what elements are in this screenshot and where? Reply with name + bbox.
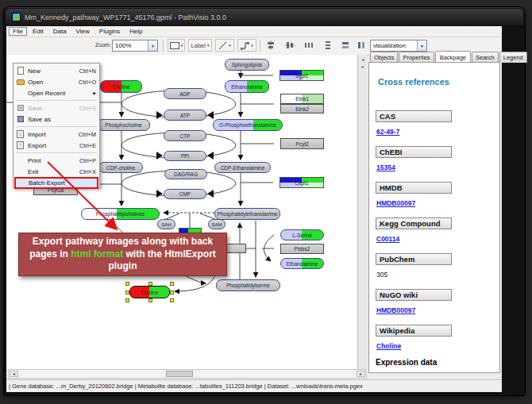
menu-item-print[interactable]: Print Ctrl+P [13, 155, 99, 166]
menu-plugins[interactable]: Plugins [95, 27, 124, 36]
node-etnk1[interactable]: Etnk1 [280, 94, 324, 104]
link-kegg[interactable]: C00114 [376, 235, 399, 243]
menu-item-save[interactable]: Save Ctrl+S [13, 102, 99, 114]
node-gray-box[interactable] [226, 244, 246, 253]
menu-item-exit[interactable]: Exit Ctrl+X [13, 166, 99, 177]
node-ethanolamine[interactable]: Ethanolamine [225, 80, 269, 93]
section-header-pubchem: PubChem [376, 253, 452, 265]
node-choline-selected[interactable]: Choline [129, 286, 170, 298]
node-cdp-ethanolamine[interactable]: CDP-Ethanolamine [214, 162, 271, 173]
menu-separator [16, 152, 97, 153]
node-phosphatidylserine[interactable]: Phosphatidylserine [216, 279, 280, 291]
link-nugo[interactable]: HMDB00097 [376, 306, 415, 314]
tab-objects[interactable]: Objects [370, 52, 398, 63]
collapse-right-icon[interactable]: ► [360, 63, 366, 70]
common-height-button[interactable] [354, 39, 368, 52]
node-ptdss2[interactable]: Ptdss2 [280, 244, 324, 254]
scroll-left-icon[interactable]: ◄ [10, 371, 18, 377]
link-chebi[interactable]: 15354 [376, 164, 395, 171]
menu-edit[interactable]: Edit [29, 27, 48, 36]
node-cept1[interactable]: Cept1 [279, 177, 324, 188]
selection-handle[interactable] [148, 282, 152, 286]
node-phosphocholine[interactable]: Phosphocholine [97, 119, 150, 131]
selection-handle[interactable] [125, 298, 129, 302]
node-atp[interactable]: ATP [164, 110, 206, 121]
align-center-button[interactable] [264, 39, 278, 52]
menu-item-new[interactable]: New Ctrl+N [13, 65, 99, 76]
node-adp[interactable]: ADP [164, 88, 206, 99]
menu-item-export[interactable]: ↑ Export Ctrl+E [13, 140, 99, 151]
value-pubchem: 305 [376, 271, 387, 279]
node-ethanolamine-bottom[interactable]: Ethanolamine [280, 258, 324, 269]
node-phosphatidylcholines[interactable]: Phosphatidylcholines [81, 208, 160, 220]
link-hmdb[interactable]: HMDB00097 [376, 199, 415, 207]
menu-view[interactable]: View [72, 27, 94, 36]
align-middle-button[interactable] [283, 39, 297, 52]
caret-down-icon[interactable]: ▼ [148, 40, 157, 51]
selection-handle[interactable] [170, 298, 174, 302]
caret-small-icon: ▾ [229, 43, 231, 48]
section-header-hmdb: HMDB [376, 182, 452, 194]
selection-handle[interactable] [125, 290, 129, 294]
menu-help[interactable]: Help [125, 27, 146, 36]
zoom-combobox[interactable]: 100% ▼ [112, 40, 158, 52]
collapse-left-icon[interactable]: ◄ [360, 56, 366, 63]
menu-item-open[interactable]: Open Ctrl+O [13, 76, 99, 87]
menu-file[interactable]: File [9, 27, 27, 36]
selection-handle[interactable] [125, 282, 129, 286]
link-wikipedia[interactable]: Choline [376, 342, 401, 350]
menu-item-save-as[interactable]: Save as [13, 114, 99, 125]
sidebar-tabs: Objects Properties Backpage Search Legen… [368, 50, 502, 63]
distribute-horizontal-icon [304, 40, 314, 50]
label-tool-button[interactable]: Label ▾ [188, 39, 212, 52]
import-icon: ↓ [16, 130, 25, 138]
node-sgpl1[interactable]: Sgpl1 [279, 70, 324, 81]
selection-handle[interactable] [148, 298, 152, 302]
file-menu: New Ctrl+N Open Ctrl+O Open Recent ▶ Sav… [13, 63, 100, 188]
node-ppi[interactable]: PPi [164, 151, 206, 161]
backpage-panel: Cross references CAS 62-49-7 ChEBI 15354… [368, 62, 500, 373]
node-choline[interactable]: Choline [100, 80, 142, 93]
selection-handle[interactable] [170, 282, 174, 286]
distribute-horizontal-button[interactable] [302, 39, 316, 52]
node-l-serine[interactable]: L-Serine [280, 229, 324, 240]
line-tool-button[interactable]: ▾ [215, 39, 234, 52]
menu-data[interactable]: Data [49, 27, 71, 36]
menu-item-open-recent[interactable]: Open Recent ▶ [13, 87, 99, 98]
connector-tool-button[interactable]: ▾ [237, 39, 256, 52]
datanode-tool-button[interactable]: ▾ [168, 39, 185, 52]
scrollbar-thumb[interactable] [166, 371, 193, 377]
node-pcyt2[interactable]: Pcyt2 [280, 138, 324, 149]
canvas-splitter[interactable]: ◄ ► [357, 55, 367, 369]
node-cmp[interactable]: CMP [164, 189, 206, 199]
common-width-button[interactable] [338, 39, 353, 52]
node-sam[interactable]: SAM [208, 219, 226, 229]
section-header-nugo: NuGO wiki [376, 289, 452, 301]
common-width-icon [341, 40, 350, 50]
link-cas[interactable]: 62-49-7 [376, 128, 399, 136]
selection-handle[interactable] [170, 290, 174, 294]
node-phosphatidylethanolamine[interactable]: Phosphatidylethanolamine [214, 208, 280, 220]
tab-legend[interactable]: Legend [499, 52, 527, 63]
node-o-phosphoethanolamine[interactable]: O-Phosphoethanolamine [213, 119, 283, 131]
align-middle-icon [285, 40, 295, 50]
node-ctp[interactable]: CTP [164, 130, 206, 141]
horizontal-scrollbar[interactable]: ◄ ► [8, 369, 367, 379]
node-etnk2[interactable]: Etnk2 [280, 104, 324, 114]
distribute-vertical-button[interactable] [321, 39, 335, 52]
status-bar: | Gene database: ...m_Derby_20120602.bri… [6, 379, 502, 392]
datanode-icon [170, 42, 179, 49]
node-cdp-choline[interactable]: CDP-choline [98, 162, 143, 173]
node-sah[interactable]: SAH [157, 219, 175, 229]
tab-search[interactable]: Search [472, 52, 499, 63]
title-bar[interactable]: Mm_Kennedy_pathway_WP1771_45176.gpml - P… [6, 9, 523, 25]
tab-properties[interactable]: Properties [399, 52, 434, 63]
menu-item-import[interactable]: ↓ Import Ctrl+M [13, 129, 99, 140]
node-dag[interactable]: DAG/RAG [164, 169, 207, 179]
status-text: | Gene database: ...m_Derby_20120602.bri… [9, 383, 363, 390]
menu-item-batch-export[interactable]: Batch Export [14, 177, 98, 189]
window-content: File Edit Data View Plugins Help Zoom: 1… [6, 26, 502, 392]
scroll-right-icon[interactable]: ► [357, 371, 365, 377]
node-sphingolipids[interactable]: Sphingolipids [225, 59, 269, 71]
expression-data-label: Expression data [376, 358, 437, 367]
